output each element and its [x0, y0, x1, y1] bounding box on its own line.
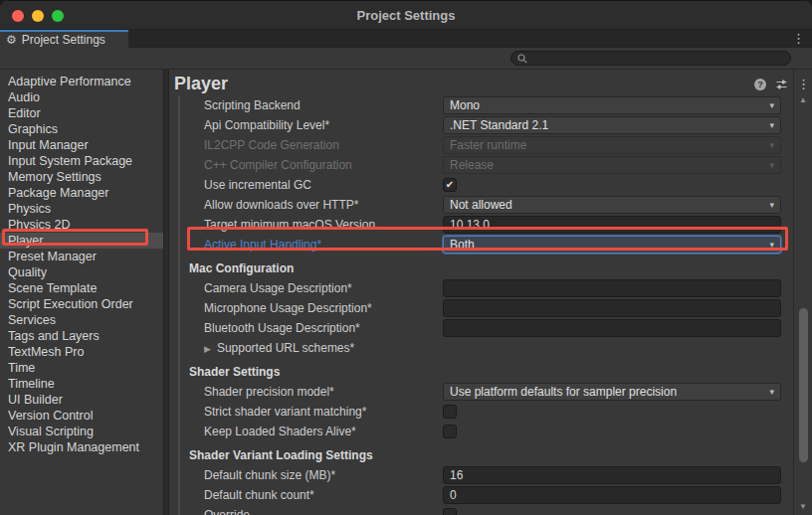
settings-row-default-chunk-count: Default chunk count*0	[169, 485, 793, 505]
settings-row-shader-precision-model: Shader precision model*Use platform defa…	[169, 382, 793, 402]
header-icons: ? ⋮	[754, 79, 810, 90]
dropdown-value: Release	[450, 158, 494, 172]
vertical-scrollbar[interactable]: ▲ ▼	[793, 70, 812, 515]
row-label-shader-precision-model: Shader precision model*	[204, 385, 443, 399]
row-label-default-chunk-size-mb: Default chunk size (MB)*	[204, 468, 443, 482]
main-panel: ? ⋮ Player Scripting BackendMono▾Api Com…	[169, 70, 812, 515]
dropdown-value: .NET Standard 2.1	[450, 118, 548, 132]
scroll-down-arrow-icon[interactable]: ▼	[794, 503, 812, 511]
search-icon	[517, 54, 527, 64]
sidebar-item-visual-scripting[interactable]: Visual Scripting	[0, 424, 163, 439]
row-control: Release▾	[443, 156, 781, 174]
dropdown-value: Not allowed	[450, 198, 512, 212]
sidebar-item-timeline[interactable]: Timeline	[0, 376, 163, 392]
bluetooth-usage-description-field[interactable]	[443, 319, 781, 337]
row-label-keep-loaded-shaders-alive: Keep Loaded Shaders Alive*	[204, 425, 443, 438]
player-kebab-menu-icon[interactable]: ⋮	[797, 79, 810, 90]
sidebar-item-player[interactable]: Player	[0, 233, 163, 249]
active-input-handling-dropdown[interactable]: Both▾	[443, 236, 781, 254]
sidebar-item-ui-builder[interactable]: UI Builder	[0, 392, 163, 408]
settings-row-supported-url-schemes[interactable]: ▶Supported URL schemes*	[169, 338, 793, 358]
sidebar-item-quality[interactable]: Quality	[0, 264, 163, 280]
row-label-allow-downloads-over-http: Allow downloads over HTTP*	[204, 198, 443, 212]
il2cpp-code-generation-dropdown: Faster runtime▾	[443, 136, 781, 154]
default-chunk-count-field[interactable]: 0	[443, 486, 781, 504]
settings-row-il2cpp-code-generation: IL2CPP Code GenerationFaster runtime▾	[169, 135, 793, 155]
row-label-use-incremental-gc: Use incremental GC	[204, 178, 443, 192]
sidebar-item-package-manager[interactable]: Package Manager	[0, 185, 163, 201]
strict-shader-variant-matching-checkbox[interactable]	[443, 405, 457, 419]
scripting-backend-dropdown[interactable]: Mono▾	[443, 96, 781, 114]
sidebar-item-audio[interactable]: Audio	[0, 89, 163, 105]
section-header-mac-configuration: Mac Configuration	[169, 258, 793, 278]
sidebar-item-graphics[interactable]: Graphics	[0, 121, 163, 137]
zoom-button[interactable]	[52, 10, 64, 22]
default-chunk-size-mb-field[interactable]: 16	[443, 466, 781, 484]
camera-usage-description-field[interactable]	[443, 279, 781, 297]
row-label-override: Override	[204, 508, 443, 515]
sidebar-item-scene-template[interactable]: Scene Template	[0, 280, 163, 296]
sidebar-item-input-manager[interactable]: Input Manager	[0, 137, 163, 153]
tab-project-settings[interactable]: ⚙ Project Settings	[0, 30, 128, 48]
scrollbar-thumb[interactable]	[799, 308, 808, 462]
search-input[interactable]	[531, 53, 784, 65]
override-checkbox[interactable]	[443, 508, 457, 515]
sidebar-item-editor[interactable]: Editor	[0, 105, 163, 121]
sidebar-item-memory-settings[interactable]: Memory Settings	[0, 169, 163, 185]
settings-row-scripting-backend: Scripting BackendMono▾	[169, 95, 793, 115]
close-button[interactable]	[12, 10, 24, 22]
sidebar-item-services[interactable]: Services	[0, 312, 163, 328]
row-label-strict-shader-variant-matching: Strict shader variant matching*	[204, 405, 443, 419]
settings-row-use-incremental-gc: Use incremental GC✔	[169, 175, 793, 195]
api-compatibility-level-dropdown[interactable]: .NET Standard 2.1▾	[443, 116, 781, 134]
sidebar-item-input-system-package[interactable]: Input System Package	[0, 153, 163, 169]
row-control: Mono▾	[443, 96, 781, 114]
project-settings-window: Project Settings ⚙ Project Settings ⋮ Ad…	[0, 0, 812, 515]
shader-precision-model-dropdown[interactable]: Use platform defaults for sampler precis…	[443, 383, 781, 401]
sidebar-item-tags-and-layers[interactable]: Tags and Layers	[0, 328, 163, 344]
sidebar-item-time[interactable]: Time	[0, 360, 163, 376]
page-title: Player	[169, 70, 793, 95]
settings-row-strict-shader-variant-matching: Strict shader variant matching*	[169, 402, 793, 422]
window-title: Project Settings	[357, 8, 456, 23]
scroll-up-arrow-icon[interactable]: ▲	[794, 96, 812, 104]
keep-loaded-shaders-alive-checkbox[interactable]	[443, 425, 457, 438]
traffic-lights	[12, 10, 64, 22]
settings-row-microphone-usage-description: Microphone Usage Description*	[169, 298, 793, 318]
target-minimum-macos-version-field[interactable]: 10.13.0	[443, 216, 781, 234]
sidebar-item-version-control[interactable]: Version Control	[0, 408, 163, 424]
sidebar-item-script-execution-order[interactable]: Script Execution Order	[0, 296, 163, 312]
settings-row-keep-loaded-shaders-alive: Keep Loaded Shaders Alive*	[169, 422, 793, 441]
row-control	[443, 508, 781, 515]
settings-row-c-compiler-configuration: C++ Compiler ConfigurationRelease▾	[169, 155, 793, 175]
settings-row-active-input-handling: Active Input Handling*Both▾	[169, 235, 793, 255]
row-control: ✔	[443, 178, 781, 192]
c-compiler-configuration-dropdown: Release▾	[443, 156, 781, 174]
dropdown-value: Mono	[450, 98, 480, 112]
settings-row-allow-downloads-over-http: Allow downloads over HTTP*Not allowed▾	[169, 195, 793, 215]
sidebar-item-textmesh-pro[interactable]: TextMesh Pro	[0, 344, 163, 360]
help-icon[interactable]: ?	[754, 79, 766, 90]
row-label-c-compiler-configuration: C++ Compiler Configuration	[204, 158, 443, 172]
sidebar-item-preset-manager[interactable]: Preset Manager	[0, 249, 163, 264]
row-label-il2cpp-code-generation: IL2CPP Code Generation	[204, 138, 443, 152]
search-box[interactable]	[510, 51, 791, 66]
tab-strip-kebab-menu-icon[interactable]: ⋮	[792, 31, 805, 47]
minimize-button[interactable]	[32, 10, 44, 22]
row-control: .NET Standard 2.1▾	[443, 116, 781, 134]
chevron-down-icon: ▾	[769, 141, 774, 150]
use-incremental-gc-checkbox[interactable]: ✔	[443, 178, 457, 192]
row-control: Not allowed▾	[443, 196, 781, 214]
chevron-down-icon: ▾	[769, 201, 774, 210]
sidebar-item-physics-2d[interactable]: Physics 2D	[0, 217, 163, 233]
row-control	[443, 279, 781, 297]
tab-strip: ⚙ Project Settings ⋮	[0, 30, 812, 48]
sidebar-item-xr-plugin-management[interactable]: XR Plugin Management	[0, 439, 163, 455]
presets-icon[interactable]	[775, 79, 788, 90]
sidebar-item-physics[interactable]: Physics	[0, 201, 163, 217]
allow-downloads-over-http-dropdown[interactable]: Not allowed▾	[443, 196, 781, 214]
sidebar-item-adaptive-performance[interactable]: Adaptive Performance	[0, 74, 163, 89]
section-header-shader-variant-loading-settings: Shader Variant Loading Settings	[169, 445, 793, 465]
microphone-usage-description-field[interactable]	[443, 299, 781, 317]
row-label-bluetooth-usage-description: Bluetooth Usage Description*	[204, 321, 443, 335]
